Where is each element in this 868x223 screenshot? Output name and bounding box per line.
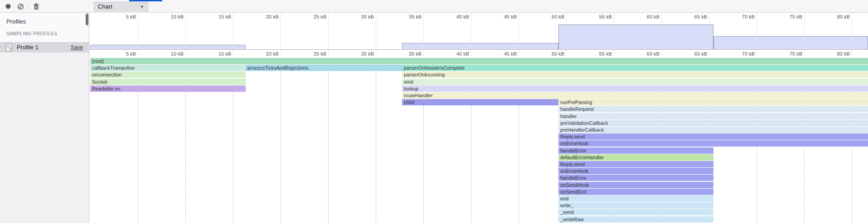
profile-list-item[interactable]: % Profile 1 Save bbox=[0, 42, 89, 52]
axis-tick-label: 20 kB bbox=[266, 14, 279, 19]
flame-bar-onsendend[interactable]: onSendEnd bbox=[558, 189, 713, 195]
axis-tick-label: 55 kB bbox=[599, 14, 612, 19]
flame-bar-onerrorhook[interactable]: onErrorHook bbox=[558, 140, 868, 147]
overview-allocation-step bbox=[713, 36, 868, 49]
gridline bbox=[852, 13, 852, 49]
flame-bar-parseronheaderscomplete[interactable]: parserOnHeadersComplete bbox=[402, 65, 868, 71]
gridline bbox=[471, 13, 471, 49]
flame-bar-callbacktrampoline[interactable]: callbackTrampoline bbox=[90, 65, 246, 71]
gridline bbox=[233, 13, 233, 49]
axis-tick-label: 70 kB bbox=[742, 51, 755, 57]
clear-button[interactable] bbox=[15, 1, 25, 11]
gridline bbox=[661, 13, 662, 49]
axis-tick-label: 5 kB bbox=[126, 51, 136, 57]
chart-view-select[interactable]: Chart ▼ bbox=[94, 2, 148, 11]
gridline bbox=[519, 13, 519, 49]
axis-tick-label: 15 kB bbox=[218, 14, 231, 19]
flame-bar-onsendhook[interactable]: onSendHook bbox=[558, 182, 713, 188]
sidebar-scrollbar[interactable] bbox=[86, 14, 88, 68]
flame-bar-lookup[interactable]: lookup bbox=[402, 85, 868, 92]
axis-tick-label: 25 kB bbox=[314, 51, 326, 57]
flame-bar-child[interactable]: child bbox=[402, 99, 558, 105]
memory-tool-panel: Chart ▼ Profiles SAMPLING PROFILES % Pro… bbox=[0, 0, 868, 223]
gridline bbox=[328, 58, 329, 223]
flame-bar-send[interactable]: _send bbox=[558, 209, 713, 215]
flame-bar-socket[interactable]: Socket bbox=[90, 79, 246, 85]
flame-bar-handlerequest[interactable]: handleRequest bbox=[558, 106, 868, 112]
gridline bbox=[281, 13, 281, 49]
axis-tick-label: 80 kB bbox=[837, 51, 850, 57]
profile-name: Profile 1 bbox=[17, 44, 71, 51]
axis-tick-label: 45 kB bbox=[504, 51, 517, 57]
gridline bbox=[614, 13, 614, 49]
profiles-sidebar: Profiles SAMPLING PROFILES % Profile 1 S… bbox=[0, 13, 89, 223]
flame-bar-reply-send[interactable]: Reply.send bbox=[558, 133, 868, 140]
axis-tick-label: 75 kB bbox=[790, 51, 802, 57]
sampling-profiles-section-label: SAMPLING PROFILES bbox=[6, 31, 57, 36]
flame-bar-reply-send[interactable]: Reply.send bbox=[558, 161, 713, 167]
axis-tick-label: 30 kB bbox=[361, 14, 374, 19]
axis-tick-label: 5 kB bbox=[126, 14, 136, 19]
trash-icon bbox=[33, 3, 39, 10]
axis-tick-label: 55 kB bbox=[599, 51, 612, 57]
axis-tick-label: 10 kB bbox=[171, 14, 184, 19]
toolbar: Chart ▼ bbox=[0, 0, 868, 13]
flame-bar-onerrorhook[interactable]: onErrorHook bbox=[558, 168, 713, 174]
overview-allocation-step bbox=[90, 45, 246, 49]
gridline bbox=[281, 58, 281, 223]
flame-bar-write[interactable]: write_ bbox=[558, 202, 713, 209]
axis-tick-label: 20 kB bbox=[266, 51, 279, 57]
active-tab-indicator bbox=[129, 0, 162, 1]
save-profile-link[interactable]: Save bbox=[71, 44, 83, 51]
axis-tick-label: 50 kB bbox=[552, 14, 564, 19]
flame-bar-root[interactable]: (root) bbox=[90, 58, 868, 64]
flame-bar-prevalidationcallback[interactable]: preValidationCallback bbox=[558, 120, 868, 126]
axis-tick-label: 10 kB bbox=[171, 51, 184, 57]
gridline bbox=[328, 13, 329, 49]
axis-tick-label: 45 kB bbox=[504, 14, 517, 19]
axis-tick-label: 75 kB bbox=[790, 14, 802, 19]
gridline bbox=[423, 13, 424, 49]
flame-bar-end[interactable]: end bbox=[558, 195, 713, 202]
axis-tick-label: 50 kB bbox=[552, 51, 564, 57]
chart-view-select-value: Chart bbox=[98, 3, 112, 10]
sidebar-header-area bbox=[0, 13, 89, 42]
overview-allocation-step bbox=[558, 24, 713, 49]
axis-tick-label: 80 kB bbox=[837, 14, 850, 19]
flame-bar-parseronincoming[interactable]: parserOnIncoming bbox=[402, 71, 868, 78]
flame-bar-writeraw[interactable]: _writeRaw bbox=[558, 216, 713, 223]
axis-tick-label: 15 kB bbox=[218, 51, 231, 57]
chevron-down-icon: ▼ bbox=[140, 5, 144, 9]
flame-bar-defaulterrorhandler[interactable]: defaultErrorHandler bbox=[558, 154, 713, 161]
flame-bar-readable-on[interactable]: Readable.on bbox=[90, 85, 246, 92]
axis-tick-label: 35 kB bbox=[409, 51, 422, 57]
axis-tick-label: 65 kB bbox=[694, 51, 707, 57]
axis-tick-label: 60 kB bbox=[647, 14, 659, 19]
flame-bar-processticksandrejections[interactable]: processTicksAndRejections bbox=[246, 65, 402, 71]
flame-bar-runpreparsing[interactable]: runPreParsing bbox=[558, 99, 868, 105]
flame-bar-emit[interactable]: emit bbox=[402, 79, 868, 85]
axis-tick-label: 40 kB bbox=[456, 51, 469, 57]
flame-bar-prehandlercallback[interactable]: preHandlerCallback bbox=[558, 127, 868, 133]
axis-tick-label: 70 kB bbox=[742, 14, 755, 19]
sidebar-title: Profiles bbox=[6, 18, 26, 25]
flame-chart-area: (root)callbackTrampolineprocessTicksAndR… bbox=[89, 13, 868, 223]
scrollbar-thumb[interactable] bbox=[86, 14, 88, 25]
gridline bbox=[804, 13, 805, 49]
flame-bar-onconnection[interactable]: onconnection bbox=[90, 71, 246, 78]
flame-bar-handleerror[interactable]: handleError bbox=[558, 175, 713, 181]
svg-text:%: % bbox=[9, 47, 12, 51]
toolbar-separator bbox=[28, 3, 29, 10]
flame-bar-handler[interactable]: handler bbox=[558, 113, 868, 119]
axis-tick-label: 30 kB bbox=[361, 51, 374, 57]
axis-tick-label: 65 kB bbox=[694, 14, 707, 19]
flame-bar-routehandler[interactable]: routeHandler bbox=[402, 92, 868, 99]
flame-bar-handleerror[interactable]: handleError bbox=[558, 147, 713, 154]
gridline bbox=[756, 13, 757, 49]
delete-profile-button[interactable] bbox=[31, 1, 41, 11]
axis-tick-label: 60 kB bbox=[647, 51, 659, 57]
block-icon bbox=[17, 3, 24, 10]
record-button[interactable] bbox=[3, 1, 13, 11]
record-icon bbox=[5, 3, 11, 9]
axis-tick-label: 35 kB bbox=[409, 14, 422, 19]
